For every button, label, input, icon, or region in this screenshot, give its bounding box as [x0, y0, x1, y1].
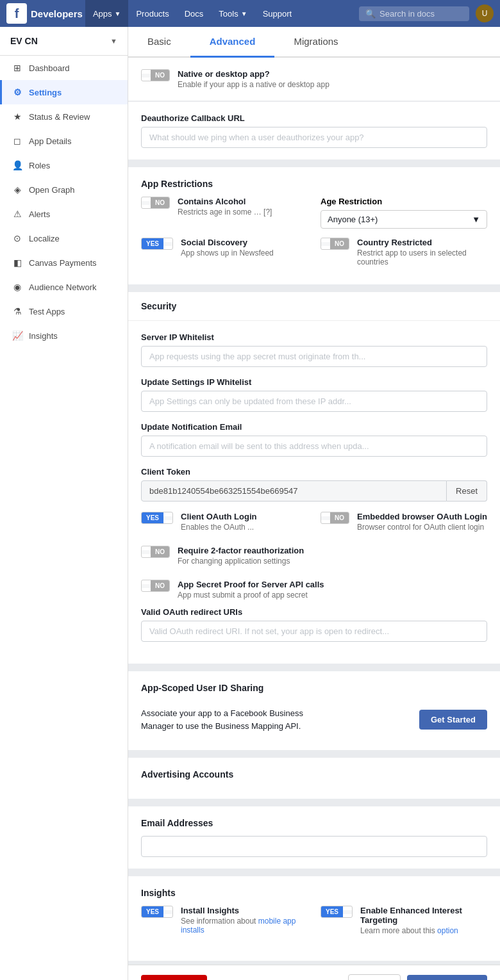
email-addresses-section: Email Addresses — [128, 806, 500, 869]
save-changes-button[interactable]: Save Changes — [407, 975, 487, 980]
client-token-group: Client Token Reset — [141, 467, 487, 502]
sidebar-item-label: Localize — [29, 234, 60, 243]
server-ip-input[interactable] — [141, 346, 487, 367]
server-ip-label: Server IP Whitelist — [141, 332, 487, 342]
country-restricted-title: Country Restricted — [357, 238, 487, 247]
sidebar-item-label: App Details — [29, 136, 71, 146]
sidebar-item-app-details[interactable]: ◻ App Details — [0, 129, 128, 153]
restriction-row-2: YES Social Discovery App shows up in New… — [141, 238, 487, 273]
sidebar-item-label: Settings — [29, 88, 62, 97]
sidebar-item-settings[interactable]: ⚙ Settings — [0, 80, 128, 104]
security-body: Server IP Whitelist Update Settings IP W… — [128, 321, 500, 664]
country-restricted-no: NO — [330, 238, 349, 249]
app-secret-proof-item — [321, 546, 487, 572]
option-link[interactable]: option — [437, 926, 458, 935]
social-discovery-yes: YES — [142, 238, 163, 249]
embedded-browser-title: Embedded browser OAuth Login — [357, 512, 487, 521]
avatar[interactable]: U — [476, 4, 494, 22]
install-insights-desc: See information about mobile app install… — [181, 917, 308, 935]
contains-alcohol-toggle[interactable]: NO — [141, 197, 170, 209]
audience-network-icon: ◉ — [12, 282, 22, 292]
require-2fa-item: NO Require 2-factor reauthorization For … — [141, 546, 308, 572]
insights-toggles-row: YES Install Insights See information abo… — [141, 906, 487, 942]
insights-icon: 📈 — [12, 331, 22, 341]
client-oauth-desc: Enables the OAuth ... — [181, 523, 256, 532]
account-name: EV CN — [10, 36, 38, 46]
settings-icon: ⚙ — [12, 87, 22, 97]
sidebar-item-canvas-payments[interactable]: ◧ Canvas Payments — [0, 250, 128, 275]
email-addresses-input[interactable] — [141, 836, 487, 857]
embedded-browser-off — [321, 516, 330, 520]
update-settings-ip-input[interactable] — [141, 391, 487, 412]
install-insights-off — [163, 910, 172, 914]
country-restricted-desc: Restrict app to users in selected countr… — [357, 249, 487, 266]
require-2fa-toggle[interactable]: NO — [141, 546, 170, 558]
country-restricted-toggle[interactable]: NO — [321, 238, 349, 250]
sidebar-item-localize[interactable]: ⊙ Localize — [0, 226, 128, 250]
security-section: Security Server IP Whitelist Update Sett… — [128, 292, 500, 664]
update-settings-ip-label: Update Settings IP Whitelist — [141, 377, 487, 387]
reset-button[interactable]: Reset — [447, 480, 487, 502]
age-restriction-dropdown[interactable]: Anyone (13+) ▼ — [321, 210, 487, 229]
tab-basic[interactable]: Basic — [128, 27, 190, 58]
embedded-browser-toggle[interactable]: NO — [321, 512, 349, 524]
app-scoped-row: Associate your app to a Facebook Busines… — [141, 701, 487, 739]
test-apps-icon: ⚗ — [12, 306, 22, 316]
app-secret-proof-title: App Secret Proof for Server API calls — [178, 580, 324, 589]
top-navigation: f Developers Apps ▼ Products Docs Tools … — [0, 0, 500, 27]
deauthorize-input[interactable] — [141, 127, 487, 148]
native-toggle[interactable]: NO — [141, 69, 170, 81]
sidebar-item-label: Roles — [29, 161, 50, 170]
sidebar-item-audience-network[interactable]: ◉ Audience Network — [0, 275, 128, 299]
client-oauth-toggle[interactable]: YES — [141, 512, 173, 524]
native-app-section: NO Native or desktop app? Enable if your… — [128, 58, 500, 101]
app-secret-proof-toggle[interactable]: NO — [141, 580, 170, 592]
insights-section: Insights YES Install Insights See inf — [128, 876, 500, 961]
enhanced-interest-toggle[interactable]: YES — [321, 906, 353, 918]
native-toggle-label: Native or desktop app? Enable if your ap… — [178, 69, 329, 89]
country-restricted-item: NO Country Restricted Restrict app to us… — [321, 238, 487, 273]
sidebar-item-dashboard[interactable]: ⊞ Dashboard — [0, 56, 128, 80]
valid-oauth-label: Valid OAuth redirect URIs — [141, 607, 487, 617]
social-discovery-toggle[interactable]: YES — [141, 238, 173, 250]
install-insights-toggle[interactable]: YES — [141, 906, 173, 918]
app-secret-proof-row: NO App Secret Proof for Server API calls… — [141, 580, 487, 600]
get-started-button[interactable]: Get Started — [419, 710, 487, 730]
content-area: NO Native or desktop app? Enable if your… — [128, 58, 500, 980]
chevron-down-icon: ▼ — [472, 215, 480, 224]
sidebar-item-insights[interactable]: 📈 Insights — [0, 323, 128, 348]
sidebar-item-test-apps[interactable]: ⚗ Test Apps — [0, 299, 128, 323]
search-box[interactable]: 🔍 — [359, 6, 469, 21]
update-notification-email-input[interactable] — [141, 436, 487, 457]
sidebar-item-label: Status & Review — [29, 112, 90, 122]
discard-button[interactable]: Discard — [348, 974, 401, 980]
nav-products[interactable]: Products — [128, 0, 176, 27]
search-input[interactable] — [379, 9, 463, 19]
sidebar-account-header[interactable]: EV CN ▼ — [0, 27, 128, 56]
person-icon: 👤 — [12, 160, 22, 170]
canvas-payments-icon: ◧ — [12, 257, 22, 268]
valid-oauth-input[interactable] — [141, 621, 487, 642]
contains-alcohol-item: NO Contains Alcohol Restricts age in som… — [141, 197, 308, 229]
enhanced-interest-yes: YES — [321, 906, 343, 917]
sidebar-item-label: Insights — [29, 331, 58, 341]
client-oauth-item: YES Client OAuth Login Enables the OAuth… — [141, 512, 308, 538]
open-graph-icon: ◈ — [12, 184, 22, 195]
nav-tools[interactable]: Tools ▼ — [211, 0, 254, 27]
nav-apps[interactable]: Apps ▼ — [85, 0, 129, 27]
deauthorize-section: Deauthorize Callback URL — [128, 102, 500, 159]
chevron-down-icon: ▼ — [110, 37, 117, 45]
sidebar-item-alerts[interactable]: ⚠ Alerts — [0, 202, 128, 226]
social-discovery-desc: App shows up in Newsfeed — [181, 249, 274, 257]
require-2fa-off — [142, 550, 151, 554]
require-2fa-desc: For changing application settings — [178, 557, 304, 566]
nav-support[interactable]: Support — [255, 0, 300, 27]
sidebar-item-open-graph[interactable]: ◈ Open Graph — [0, 177, 128, 202]
sidebar-item-roles[interactable]: 👤 Roles — [0, 153, 128, 177]
insights-title: Insights — [141, 888, 487, 898]
delete-app-button[interactable]: Delete App — [141, 975, 207, 980]
tab-advanced[interactable]: Advanced — [190, 27, 275, 58]
sidebar-item-status-review[interactable]: ★ Status & Review — [0, 104, 128, 129]
tab-migrations[interactable]: Migrations — [274, 27, 357, 58]
nav-docs[interactable]: Docs — [177, 0, 212, 27]
